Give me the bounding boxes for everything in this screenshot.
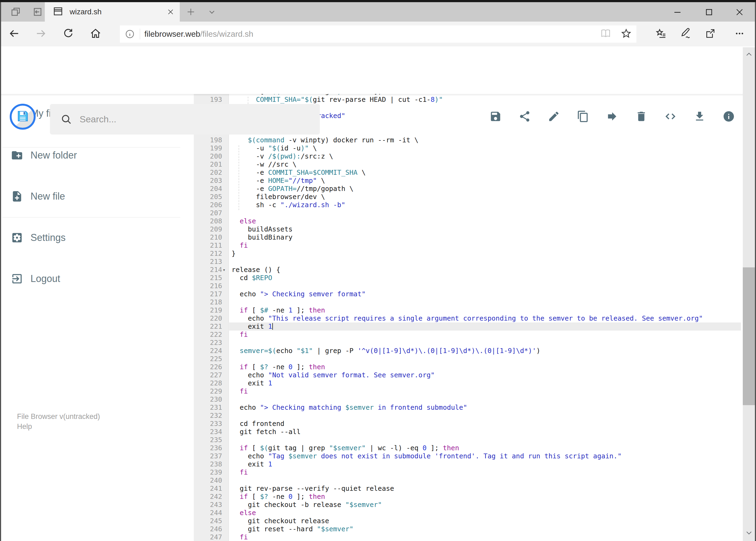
code-line[interactable]: 227 echo "Not valid semver format. See s…: [194, 371, 741, 379]
code-line[interactable]: 203 -e HOME="//tmp" \: [194, 177, 741, 185]
code-line[interactable]: 216: [194, 282, 741, 290]
download-button[interactable]: [685, 108, 714, 126]
code-line[interactable]: 202 -e COMMIT_SHA=$COMMIT_SHA \: [194, 169, 741, 177]
code-line[interactable]: 211 fi: [194, 242, 741, 250]
code-line[interactable]: 241 git rev-parse --verify --quiet relea…: [194, 485, 741, 493]
code-line[interactable]: 219 if [ $# -ne 1 ]; then: [194, 306, 741, 314]
code-line[interactable]: 205 filebrowser/dev \: [194, 193, 741, 201]
move-button[interactable]: [598, 108, 627, 126]
code-line[interactable]: 226 if [ $? -ne 0 ]; then: [194, 363, 741, 371]
home-button[interactable]: [85, 23, 106, 45]
scrollbar-thumb[interactable]: [743, 268, 755, 405]
code-line[interactable]: 213: [194, 258, 741, 266]
code-line[interactable]: 207: [194, 209, 741, 217]
code-line[interactable]: 235: [194, 436, 741, 444]
code-line[interactable]: 206 sh -c "./wizard.sh -b": [194, 201, 741, 209]
code-line[interactable]: 239 fi: [194, 468, 741, 476]
fold-marker-icon[interactable]: ▾: [223, 266, 229, 274]
search-bar[interactable]: [50, 104, 320, 135]
code-line[interactable]: 224 semver=$(echo "$1" | grep -P '^v(0|[…: [194, 347, 741, 355]
window-close-button[interactable]: [726, 5, 753, 21]
filebrowser-logo[interactable]: [10, 104, 36, 130]
code-line[interactable]: 237 echo "Tag $semver does not exist in …: [194, 452, 741, 460]
new-tab-button[interactable]: [182, 5, 199, 20]
code-line[interactable]: 242 if [ $? -ne 0 ]; then: [194, 493, 741, 501]
tab-preview-button[interactable]: [5, 4, 26, 21]
hub-button[interactable]: [650, 23, 672, 45]
code-line[interactable]: 210 buildBinary: [194, 234, 741, 242]
add-favorite-button[interactable]: [616, 27, 636, 41]
code-view-button[interactable]: [656, 108, 685, 126]
code-line[interactable]: 245 git checkout release: [194, 517, 741, 525]
code-line[interactable]: 208 else: [194, 217, 741, 225]
code-line[interactable]: 215 cd $REPO: [194, 274, 741, 282]
address-bar[interactable]: filebrowser.web/files/wizard.sh: [120, 25, 636, 43]
browser-tab-wizard-sh[interactable]: wizard.sh: [45, 2, 180, 22]
help-link[interactable]: Help: [17, 422, 100, 432]
minimize-button[interactable]: [664, 5, 691, 21]
code-line[interactable]: 199 -u "$(id -u)" \: [194, 144, 741, 152]
tab-preview-chevron-button[interactable]: [203, 5, 221, 20]
code-brackets-icon: [664, 110, 677, 124]
refresh-button[interactable]: [58, 23, 79, 45]
code-line[interactable]: 204 -e GOPATH=//tmp/gopath \: [194, 185, 741, 193]
scroll-up-button[interactable]: [743, 47, 755, 62]
code-line[interactable]: 193 COMMIT_SHA="$(git rev-parse HEAD | c…: [194, 96, 741, 104]
code-line[interactable]: 244 else: [194, 509, 741, 517]
share-file-button[interactable]: [510, 108, 539, 126]
code-line[interactable]: 236 if [ $(git tag | grep "$semver" | wc…: [194, 444, 741, 452]
set-tabs-aside-button[interactable]: [27, 4, 48, 21]
code-line[interactable]: 209 buildAssets: [194, 225, 741, 234]
code-line[interactable]: 238 exit 1: [194, 460, 741, 468]
file-action-toolbar: [481, 108, 743, 126]
share-button-browser[interactable]: [699, 23, 721, 45]
search-input[interactable]: [80, 114, 306, 125]
code-line-text: if [ $? -ne 0 ]; then: [232, 493, 325, 501]
sidebar-item-logout[interactable]: Logout: [0, 263, 192, 295]
delete-button[interactable]: [627, 108, 656, 126]
code-line[interactable]: 232: [194, 412, 741, 420]
code-line[interactable]: 218: [194, 298, 741, 306]
line-number: 198: [194, 136, 222, 144]
code-line[interactable]: 247 fi: [194, 533, 741, 541]
tab-close-button[interactable]: [163, 4, 178, 19]
code-line[interactable]: 220 echo "This release script requires a…: [194, 314, 741, 322]
code-line[interactable]: 222 fi: [194, 330, 741, 339]
sidebar-item-new-folder[interactable]: New folder: [0, 139, 192, 172]
code-line[interactable]: 221 exit 1: [194, 322, 741, 330]
scroll-down-button[interactable]: [743, 526, 755, 541]
code-line[interactable]: 243 git checkout -b release "$semver": [194, 501, 741, 509]
copy-icon: [577, 110, 589, 124]
code-line[interactable]: 212}: [194, 250, 741, 258]
code-line[interactable]: 198 $(command -v winpty) docker run --rm…: [194, 136, 741, 144]
web-note-button[interactable]: [675, 23, 696, 45]
page-info-icon[interactable]: [120, 29, 140, 39]
sidebar-item-new-file[interactable]: New file: [0, 180, 192, 213]
code-editor[interactable]: 192 if [ "$(command -v git)" != "" ]; th…: [194, 94, 741, 541]
code-line[interactable]: 200 -v /$(pwd):/src:z \: [194, 152, 741, 161]
code-line[interactable]: 214▾release () {: [194, 266, 741, 274]
maximize-button[interactable]: [695, 5, 722, 21]
browser-menu-button[interactable]: [729, 23, 750, 45]
code-line[interactable]: 246 git reset --hard "$semver": [194, 525, 741, 533]
code-line[interactable]: 233 cd frontend: [194, 420, 741, 428]
save-button[interactable]: [481, 108, 510, 126]
forward-button[interactable]: [30, 23, 52, 45]
code-line[interactable]: 231 echo "> Checking matching $semver in…: [194, 403, 741, 412]
code-line[interactable]: 223: [194, 339, 741, 347]
back-button[interactable]: [3, 23, 25, 45]
sidebar-item-settings[interactable]: Settings: [0, 222, 192, 254]
info-button[interactable]: [714, 108, 743, 126]
code-line[interactable]: 225: [194, 355, 741, 363]
code-line[interactable]: 240: [194, 476, 741, 485]
copy-button[interactable]: [569, 108, 598, 126]
reading-view-button[interactable]: [596, 28, 616, 41]
rename-button[interactable]: [539, 108, 569, 126]
code-line[interactable]: 230: [194, 395, 741, 403]
code-line[interactable]: 201 -w //src \: [194, 161, 741, 169]
code-line[interactable]: 228 exit 1: [194, 379, 741, 387]
page-scrollbar[interactable]: [743, 47, 755, 541]
code-line[interactable]: 234 git fetch --all: [194, 428, 741, 436]
code-line[interactable]: 217 echo "> Checking semver format": [194, 290, 741, 298]
code-line[interactable]: 229 fi: [194, 387, 741, 395]
